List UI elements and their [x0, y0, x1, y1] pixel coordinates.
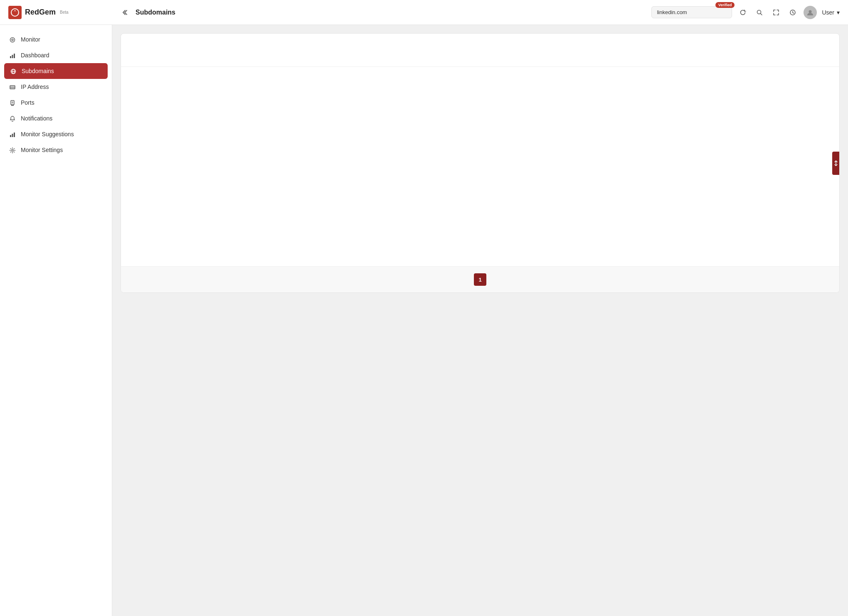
- logo-area: RedGem Beta: [8, 6, 69, 19]
- collapse-sidebar-button[interactable]: [121, 7, 131, 17]
- search-button[interactable]: [754, 7, 765, 18]
- notifications-icon: [8, 115, 17, 122]
- svg-rect-21: [10, 135, 11, 137]
- svg-point-0: [11, 9, 19, 16]
- avatar: [804, 6, 817, 19]
- logo-icon: [8, 6, 22, 19]
- ports-icon: [8, 99, 17, 106]
- logo-svg: [10, 8, 20, 17]
- dashboard-icon: [8, 52, 17, 59]
- svg-rect-22: [12, 134, 13, 137]
- content-top-bar: [121, 34, 839, 67]
- svg-rect-23: [14, 133, 15, 137]
- sidebar-item-dashboard[interactable]: Dashboard: [0, 47, 112, 63]
- svg-point-4: [10, 37, 15, 42]
- sidebar-item-ports[interactable]: Ports: [0, 95, 112, 110]
- sidebar-dashboard-label: Dashboard: [21, 52, 49, 59]
- app-name: RedGem: [25, 8, 56, 17]
- sidebar-item-ip-address[interactable]: IP Address: [0, 79, 112, 95]
- svg-rect-8: [14, 54, 15, 58]
- sidebar-notifications-label: Notifications: [21, 115, 52, 122]
- chevron-down-icon: ▾: [837, 9, 840, 16]
- page-1-button[interactable]: 1: [474, 273, 486, 286]
- sidebar-item-monitor[interactable]: Monitor: [0, 32, 112, 47]
- app-wrapper: RedGem Beta Subdomains Verified: [0, 0, 848, 616]
- svg-rect-15: [11, 101, 14, 105]
- sidebar-monitor-settings-label: Monitor Settings: [21, 147, 63, 153]
- avatar-icon: [806, 9, 814, 16]
- sidebar-monitor-suggestions-label: Monitor Suggestions: [21, 131, 74, 137]
- main-layout: Monitor Dashboard: [0, 25, 848, 616]
- ip-address-icon: [8, 83, 17, 91]
- header-center: Subdomains: [121, 7, 651, 17]
- history-button[interactable]: [787, 7, 799, 18]
- sidebar-ports-label: Ports: [21, 99, 35, 106]
- monitor-suggestions-icon: [8, 130, 17, 138]
- svg-point-5: [12, 39, 13, 41]
- content-area: 1: [112, 25, 848, 616]
- svg-point-24: [12, 150, 13, 151]
- subdomains-icon: [9, 67, 17, 75]
- page-title: Subdomains: [136, 9, 175, 16]
- monitor-icon: [8, 36, 17, 43]
- verified-badge: Verified: [715, 2, 735, 8]
- svg-rect-6: [10, 56, 11, 58]
- refresh-button[interactable]: [737, 7, 749, 18]
- side-tab[interactable]: [832, 152, 840, 175]
- beta-badge: Beta: [60, 10, 69, 15]
- monitor-settings-icon: [8, 146, 17, 154]
- search-icon: [756, 9, 763, 16]
- header-left: RedGem Beta: [8, 6, 121, 19]
- sidebar: Monitor Dashboard: [0, 25, 112, 616]
- user-menu-button[interactable]: User ▾: [822, 9, 840, 16]
- expand-button[interactable]: [770, 7, 782, 18]
- sidebar-monitor-label: Monitor: [21, 36, 40, 43]
- refresh-icon: [740, 9, 746, 16]
- side-tab-icon: [834, 160, 838, 167]
- sidebar-item-monitor-settings[interactable]: Monitor Settings: [0, 142, 112, 158]
- domain-input[interactable]: [651, 6, 732, 18]
- sidebar-ip-label: IP Address: [21, 83, 49, 90]
- sidebar-item-notifications[interactable]: Notifications: [0, 110, 112, 126]
- sidebar-item-subdomains[interactable]: Subdomains: [4, 63, 108, 79]
- content-card: 1: [121, 33, 840, 293]
- history-icon: [789, 9, 796, 16]
- svg-rect-12: [10, 86, 15, 89]
- content-body: [121, 67, 839, 266]
- svg-rect-7: [12, 55, 13, 58]
- header: RedGem Beta Subdomains Verified: [0, 0, 848, 25]
- expand-icon: [773, 9, 779, 16]
- page-number: 1: [478, 277, 481, 283]
- sidebar-item-monitor-suggestions[interactable]: Monitor Suggestions: [0, 126, 112, 142]
- pagination-area: 1: [121, 266, 839, 292]
- user-label: User: [822, 9, 834, 16]
- svg-point-3: [809, 10, 812, 13]
- sidebar-subdomains-label: Subdomains: [22, 68, 54, 74]
- header-right: Verified: [651, 6, 840, 19]
- domain-badge-wrapper: Verified: [651, 6, 732, 18]
- collapse-icon: [122, 9, 129, 16]
